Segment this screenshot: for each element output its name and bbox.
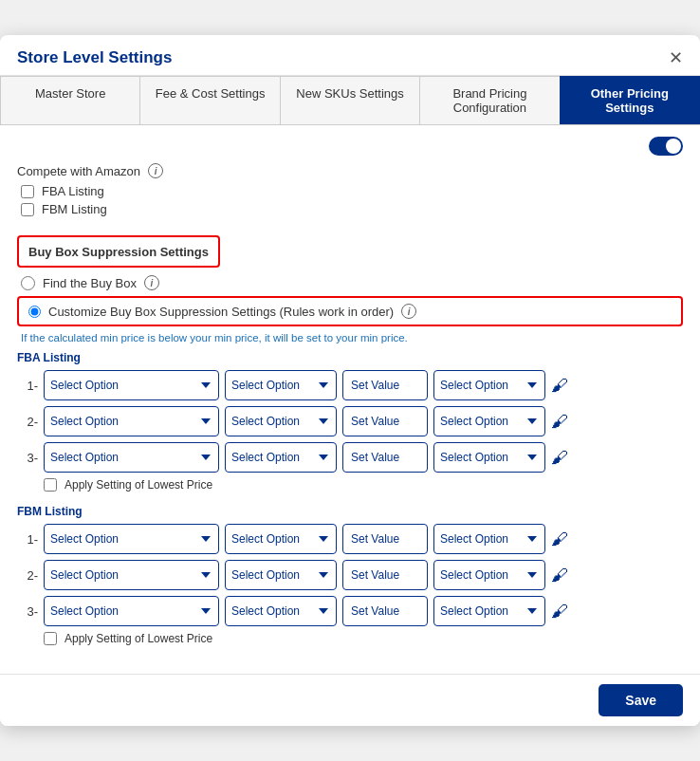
- fba-row3-col1-select[interactable]: Select Option: [44, 442, 219, 473]
- fba-row1-brush-icon[interactable]: 🖌: [551, 376, 568, 396]
- tab-fee-cost[interactable]: Fee & Cost Settings: [139, 76, 279, 124]
- tab-brand-pricing[interactable]: Brand Pricing Configuration: [419, 76, 559, 124]
- fbm-row3-col4-select[interactable]: Select Option: [433, 596, 545, 626]
- fba-row1-col4-select[interactable]: Select Option: [433, 370, 545, 400]
- fba-listing-checkbox-row: FBA Listing: [21, 184, 683, 198]
- radio-customize-buybox[interactable]: [28, 306, 41, 318]
- fba-row3-col2-select[interactable]: Select Option: [225, 442, 337, 473]
- fba-row1-col2-select[interactable]: Select Option: [225, 370, 337, 400]
- fbm-row2-col2-select[interactable]: Select Option: [225, 560, 337, 590]
- buybox-title: Buy Box Suppression Settings: [28, 245, 209, 259]
- fba-rule-row-2: 2- Select Option Select Option Select Op…: [17, 406, 683, 436]
- fbm-row3-col1-select[interactable]: Select Option: [44, 596, 219, 626]
- fba-apply-row: Apply Setting of Lowest Price: [44, 478, 683, 492]
- fbm-row1-col2-select[interactable]: Select Option: [225, 524, 337, 554]
- find-buybox-info-icon[interactable]: i: [144, 275, 159, 290]
- fbm-row1-number: 1-: [17, 532, 38, 547]
- fbm-row3-col2-select[interactable]: Select Option: [225, 596, 337, 626]
- tab-bar: Master Store Fee & Cost Settings New SKU…: [0, 76, 700, 125]
- fbm-row2-col4-select[interactable]: Select Option: [433, 560, 545, 590]
- modal-footer: Save: [0, 674, 700, 726]
- fba-row3-brush-icon[interactable]: 🖌: [551, 448, 568, 468]
- customize-box: Customize Buy Box Suppression Settings (…: [17, 296, 683, 326]
- fba-rule-row-3: 3- Select Option Select Option Select Op…: [17, 442, 683, 473]
- fbm-listing-label: FBM Listing: [42, 202, 107, 216]
- fbm-row1-set-value[interactable]: [342, 524, 428, 554]
- compete-amazon-row: Compete with Amazon i: [17, 163, 683, 178]
- fbm-row2-set-value[interactable]: [342, 560, 428, 590]
- tab-other-pricing[interactable]: Other Pricing Settings: [560, 76, 700, 124]
- radio-find-buybox[interactable]: [21, 276, 35, 290]
- radio-customize-label: Customize Buy Box Suppression Settings (…: [48, 305, 394, 319]
- fba-row1-set-value[interactable]: [342, 370, 428, 400]
- tab-new-skus[interactable]: New SKUs Settings: [280, 76, 419, 124]
- fbm-apply-label: Apply Setting of Lowest Price: [64, 632, 212, 645]
- fbm-row3-number: 3-: [17, 604, 38, 619]
- toggle-switch[interactable]: [649, 137, 683, 156]
- fbm-row3-set-value[interactable]: [342, 596, 428, 626]
- fba-row3-set-value[interactable]: [342, 442, 428, 473]
- tab-master-store[interactable]: Master Store: [0, 76, 139, 124]
- modal-container: Store Level Settings ✕ Master Store Fee …: [0, 35, 700, 726]
- fbm-row3-brush-icon[interactable]: 🖌: [551, 602, 568, 622]
- fbm-row2-number: 2-: [17, 568, 38, 583]
- fbm-row1-brush-icon[interactable]: 🖌: [551, 529, 568, 549]
- fbm-apply-checkbox[interactable]: [44, 632, 57, 645]
- fba-rule-row-1: 1- Select Option Select Option Select Op…: [17, 370, 683, 400]
- fba-row2-number: 2-: [17, 415, 38, 429]
- fba-listing-checkbox[interactable]: [21, 185, 34, 198]
- fba-row2-col1-select[interactable]: Select Option: [44, 406, 219, 436]
- fba-row2-brush-icon[interactable]: 🖌: [551, 412, 568, 432]
- fbm-rule-row-3: 3- Select Option Select Option Select Op…: [17, 596, 683, 626]
- fbm-row2-col1-select[interactable]: Select Option: [44, 560, 219, 590]
- fbm-apply-row: Apply Setting of Lowest Price: [44, 632, 683, 645]
- top-row: [17, 137, 683, 156]
- fbm-listing-section-label: FBM Listing: [17, 505, 683, 518]
- fbm-listing-checkbox-row: FBM Listing: [21, 202, 683, 216]
- fba-row3-number: 3-: [17, 451, 38, 465]
- fbm-row1-col1-select[interactable]: Select Option: [44, 524, 219, 554]
- close-button[interactable]: ✕: [669, 49, 683, 66]
- fbm-rule-row-2: 2- Select Option Select Option Select Op…: [17, 560, 683, 590]
- fba-row2-col4-select[interactable]: Select Option: [433, 406, 545, 436]
- radio-find-buybox-label: Find the Buy Box: [43, 276, 137, 290]
- customize-info-icon[interactable]: i: [401, 304, 416, 319]
- compete-amazon-label: Compete with Amazon: [17, 164, 140, 178]
- modal-header: Store Level Settings ✕: [0, 35, 700, 76]
- fbm-row2-brush-icon[interactable]: 🖌: [551, 566, 568, 585]
- radio-find-buybox-row: Find the Buy Box i: [21, 275, 683, 290]
- toggle-button[interactable]: [649, 137, 683, 156]
- fba-listing-section-label: FBA Listing: [17, 351, 683, 364]
- fba-row1-number: 1-: [17, 379, 38, 393]
- modal-body: Compete with Amazon i FBA Listing FBM Li…: [0, 125, 700, 674]
- save-button[interactable]: Save: [599, 684, 683, 716]
- fbm-row1-col4-select[interactable]: Select Option: [433, 524, 545, 554]
- fba-listing-label: FBA Listing: [42, 184, 104, 198]
- fba-row2-set-value[interactable]: [342, 406, 428, 436]
- fbm-rule-row-1: 1- Select Option Select Option Select Op…: [17, 524, 683, 554]
- fba-apply-checkbox[interactable]: [44, 478, 57, 492]
- fba-apply-label: Apply Setting of Lowest Price: [64, 478, 212, 492]
- buybox-section-box: Buy Box Suppression Settings: [17, 235, 220, 268]
- compete-amazon-info-icon[interactable]: i: [148, 163, 163, 178]
- modal-title: Store Level Settings: [17, 48, 172, 67]
- fba-row3-col4-select[interactable]: Select Option: [433, 442, 545, 473]
- info-note: If the calculated min price is below you…: [21, 332, 683, 343]
- fba-row2-col2-select[interactable]: Select Option: [225, 406, 337, 436]
- fba-row1-col1-select[interactable]: Select Option: [44, 370, 219, 400]
- fbm-listing-checkbox[interactable]: [21, 203, 34, 216]
